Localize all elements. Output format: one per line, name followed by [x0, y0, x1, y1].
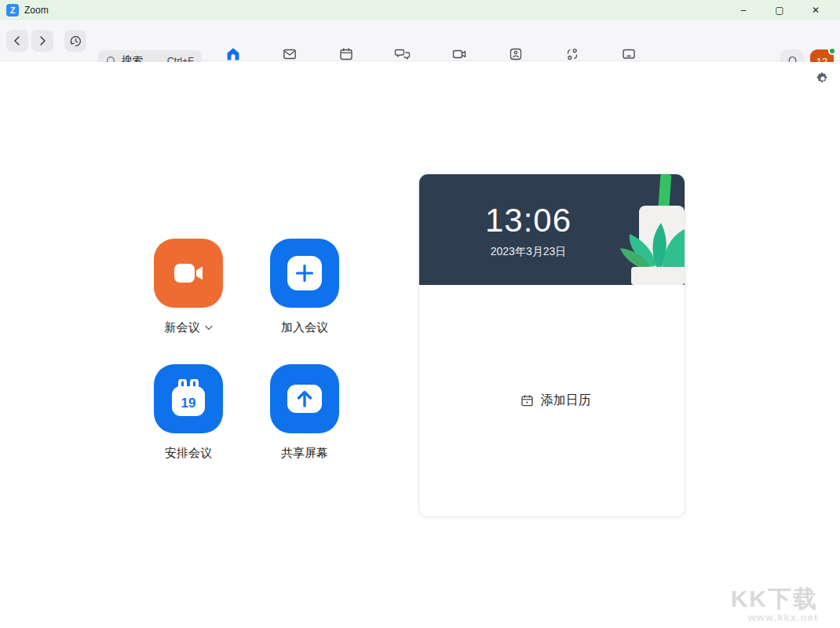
chevron-right-icon [37, 35, 48, 46]
nav-history-controls [6, 30, 89, 52]
close-button[interactable]: ✕ [798, 0, 834, 20]
add-calendar-label: 添加日历 [541, 392, 591, 409]
clock-time: 13:06 [419, 204, 637, 237]
contact-card-icon [508, 46, 524, 63]
chevron-left-icon [12, 35, 23, 46]
status-dot [828, 47, 836, 55]
back-button[interactable] [6, 30, 28, 52]
schedule-meeting-label: 安排会议 [165, 446, 212, 461]
add-calendar-button[interactable]: 添加日历 [419, 392, 685, 409]
minimize-button[interactable]: – [725, 0, 761, 20]
arrow-up-icon [286, 383, 323, 414]
action-join-meeting: 加入会议 [267, 239, 342, 335]
whiteboard-icon [620, 46, 637, 63]
mail-icon [282, 46, 298, 63]
settings-gear-icon[interactable] [816, 71, 830, 86]
calendar-icon [338, 46, 354, 63]
calendar-19-icon: 19 [170, 379, 207, 418]
share-screen-label: 共享屏幕 [281, 446, 328, 461]
video-camera-icon [451, 46, 468, 63]
clock-card-header: 13:06 2023年3月23日 [419, 174, 685, 285]
apps-icon [564, 46, 580, 63]
new-meeting-button[interactable] [154, 239, 223, 308]
home-content: 新会议 加入会议 [0, 62, 840, 628]
chat-bubbles-icon [394, 46, 411, 63]
title-bar: Z Zoom – ▢ ✕ [0, 0, 840, 20]
clock-calendar-card: 13:06 2023年3月23日 添加日历 [418, 173, 685, 517]
maximize-button[interactable]: ▢ [761, 0, 798, 20]
join-meeting-button[interactable] [270, 239, 339, 308]
action-schedule-meeting: 19 安排会议 [151, 364, 226, 461]
action-new-meeting: 新会议 [151, 239, 226, 335]
svg-text:19: 19 [181, 396, 196, 411]
share-screen-button[interactable] [270, 364, 339, 433]
action-share-screen: 共享屏幕 [267, 364, 342, 461]
history-button[interactable] [64, 30, 86, 52]
home-icon [225, 46, 241, 63]
video-camera-solid-icon [171, 261, 206, 286]
window-title: Zoom [24, 5, 49, 16]
clock: 13:06 2023年3月23日 [419, 204, 637, 259]
window-controls: – ▢ ✕ [725, 0, 834, 20]
join-meeting-label: 加入会议 [281, 320, 328, 335]
history-icon [69, 35, 82, 48]
schedule-meeting-button[interactable]: 19 [154, 364, 223, 433]
zoom-logo-icon: Z [6, 4, 19, 16]
clock-date: 2023年3月23日 [419, 245, 637, 259]
small-calendar-icon [520, 394, 534, 407]
forward-button[interactable] [31, 30, 53, 52]
new-meeting-dropdown-icon[interactable] [205, 325, 213, 330]
nav-bar: 搜索 Ctrl+F 主页 邮件 日历 团队聊天 [0, 20, 840, 61]
plus-icon [287, 255, 323, 291]
new-meeting-label: 新会议 [165, 320, 200, 335]
